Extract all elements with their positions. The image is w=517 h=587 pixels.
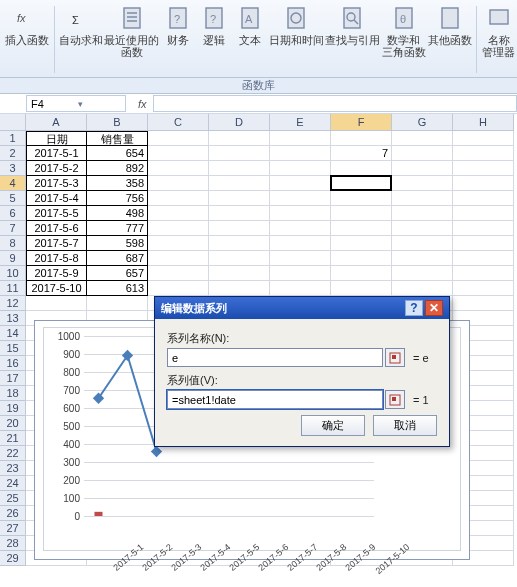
- cell[interactable]: 498: [87, 206, 148, 221]
- cell[interactable]: [148, 206, 209, 221]
- range-picker-icon[interactable]: [385, 348, 405, 367]
- chevron-down-icon[interactable]: ▾: [78, 99, 121, 109]
- cell[interactable]: [453, 236, 514, 251]
- insert-function-button[interactable]: fx 插入函数: [4, 2, 51, 77]
- row-header[interactable]: 1: [0, 131, 26, 146]
- cell[interactable]: [148, 221, 209, 236]
- cell[interactable]: [148, 161, 209, 176]
- column-header[interactable]: F: [331, 114, 392, 131]
- range-picker-icon[interactable]: [385, 390, 405, 409]
- cell[interactable]: [270, 266, 331, 281]
- cell[interactable]: [453, 161, 514, 176]
- cell[interactable]: 2017-5-10: [26, 281, 87, 296]
- row-header[interactable]: 19: [0, 401, 26, 416]
- row-header[interactable]: 9: [0, 251, 26, 266]
- cell[interactable]: [209, 131, 270, 146]
- cell[interactable]: [331, 251, 392, 266]
- name-box[interactable]: F4 ▾: [26, 95, 126, 112]
- recent-button[interactable]: 最近使用的 函数: [104, 2, 160, 77]
- series-value-input[interactable]: [167, 390, 383, 409]
- cell[interactable]: [392, 176, 453, 191]
- row-header[interactable]: 20: [0, 416, 26, 431]
- cell[interactable]: 7: [331, 146, 392, 161]
- cell[interactable]: 2017-5-3: [26, 176, 87, 191]
- row-header[interactable]: 7: [0, 221, 26, 236]
- cell[interactable]: 358: [87, 176, 148, 191]
- row-header[interactable]: 28: [0, 536, 26, 551]
- row-header[interactable]: 3: [0, 161, 26, 176]
- finance-button[interactable]: ? 财务: [160, 2, 196, 77]
- cell[interactable]: [331, 221, 392, 236]
- cell[interactable]: [453, 251, 514, 266]
- row-header[interactable]: 11: [0, 281, 26, 296]
- cell[interactable]: [392, 131, 453, 146]
- cell[interactable]: [392, 251, 453, 266]
- row-header[interactable]: 17: [0, 371, 26, 386]
- datetime-button[interactable]: 日期和时间: [268, 2, 324, 77]
- column-header[interactable]: E: [270, 114, 331, 131]
- select-all-corner[interactable]: [0, 114, 26, 131]
- row-header[interactable]: 23: [0, 461, 26, 476]
- cell[interactable]: 777: [87, 221, 148, 236]
- cell[interactable]: [209, 161, 270, 176]
- cell[interactable]: 日期: [26, 131, 87, 146]
- cell[interactable]: [453, 191, 514, 206]
- row-header[interactable]: 15: [0, 341, 26, 356]
- cell[interactable]: 598: [87, 236, 148, 251]
- cell[interactable]: [331, 266, 392, 281]
- cell[interactable]: [453, 266, 514, 281]
- other-button[interactable]: 其他函数: [427, 2, 474, 77]
- column-header[interactable]: D: [209, 114, 270, 131]
- cell[interactable]: 2017-5-6: [26, 221, 87, 236]
- cell[interactable]: 2017-5-1: [26, 146, 87, 161]
- row-header[interactable]: 6: [0, 206, 26, 221]
- cell[interactable]: [392, 161, 453, 176]
- cell[interactable]: [270, 161, 331, 176]
- column-header[interactable]: B: [87, 114, 148, 131]
- row-header[interactable]: 29: [0, 551, 26, 566]
- logic-button[interactable]: ? 逻辑: [196, 2, 232, 77]
- cell[interactable]: 销售量: [87, 131, 148, 146]
- cell[interactable]: 2017-5-4: [26, 191, 87, 206]
- row-header[interactable]: 8: [0, 236, 26, 251]
- help-icon[interactable]: ?: [405, 300, 423, 316]
- row-header[interactable]: 2: [0, 146, 26, 161]
- row-header[interactable]: 5: [0, 191, 26, 206]
- row-header[interactable]: 4: [0, 176, 26, 191]
- cell[interactable]: 2017-5-9: [26, 266, 87, 281]
- cell[interactable]: [453, 146, 514, 161]
- row-header[interactable]: 27: [0, 521, 26, 536]
- cell[interactable]: [392, 206, 453, 221]
- cell[interactable]: [209, 221, 270, 236]
- names-button[interactable]: 名称 管理器: [480, 2, 517, 77]
- row-header[interactable]: 10: [0, 266, 26, 281]
- column-header[interactable]: A: [26, 114, 87, 131]
- row-header[interactable]: 13: [0, 311, 26, 326]
- cell[interactable]: [270, 221, 331, 236]
- cell[interactable]: [331, 236, 392, 251]
- math-button[interactable]: θ 数学和 三角函数: [380, 2, 427, 77]
- cancel-button[interactable]: 取消: [373, 415, 437, 436]
- fx-icon[interactable]: fx: [138, 98, 147, 110]
- cell[interactable]: [392, 221, 453, 236]
- lookup-button[interactable]: 查找与引用: [324, 2, 380, 77]
- cell[interactable]: [209, 266, 270, 281]
- formula-bar[interactable]: [153, 95, 517, 112]
- series-name-input[interactable]: [167, 348, 383, 367]
- cell[interactable]: 2017-5-2: [26, 161, 87, 176]
- cell[interactable]: 657: [87, 266, 148, 281]
- ok-button[interactable]: 确定: [301, 415, 365, 436]
- cell[interactable]: [392, 191, 453, 206]
- cell[interactable]: [270, 191, 331, 206]
- cell[interactable]: 2017-5-8: [26, 251, 87, 266]
- cell[interactable]: 654: [87, 146, 148, 161]
- cell[interactable]: [209, 176, 270, 191]
- cell[interactable]: 613: [87, 281, 148, 296]
- cell[interactable]: [331, 131, 392, 146]
- cell[interactable]: 892: [87, 161, 148, 176]
- cell[interactable]: [209, 236, 270, 251]
- cell[interactable]: [148, 266, 209, 281]
- cell[interactable]: [331, 206, 392, 221]
- dialog-titlebar[interactable]: 编辑数据系列 ? ✕: [155, 297, 449, 319]
- cell[interactable]: [331, 191, 392, 206]
